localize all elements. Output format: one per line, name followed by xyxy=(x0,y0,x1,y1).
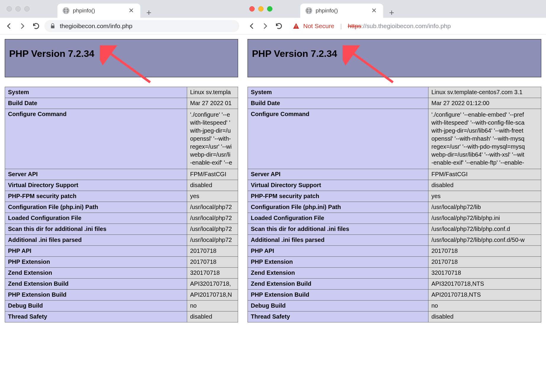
globe-icon xyxy=(63,7,69,14)
back-button[interactable] xyxy=(4,21,14,31)
config-key: System xyxy=(5,87,187,98)
config-value: API320170718,NTS xyxy=(428,279,541,290)
url-path: ://sub.thegioibecon.com/info.php xyxy=(361,23,451,29)
url-bar[interactable]: thegioibecon.com/info.php xyxy=(44,20,239,32)
config-key: Debug Build xyxy=(5,301,187,311)
config-value: Linux sv.template-centos7.com 3.1 xyxy=(428,87,541,98)
table-row: Configure Command'./configure' '--enable… xyxy=(248,109,541,169)
config-value: 20170718 xyxy=(187,257,238,268)
config-key: Server API xyxy=(5,169,187,180)
config-key: Loaded Configuration File xyxy=(5,213,187,224)
config-value: disabled xyxy=(428,311,541,322)
config-value: /usr/local/php72 xyxy=(187,224,238,235)
table-row: PHP Extension20170718 xyxy=(5,257,238,268)
table-row: Virtual Directory Supportdisabled xyxy=(5,180,238,191)
config-value: 20170718 xyxy=(187,246,238,257)
table-row: Loaded Configuration File/usr/local/php7… xyxy=(5,213,238,224)
config-value: disabled xyxy=(187,180,238,191)
config-value: './configure' '--enable-embed' '--prefwi… xyxy=(428,109,541,169)
table-row: Zend Extension BuildAPI320170718, xyxy=(5,279,238,290)
table-row: Build DateMar 27 2022 01 xyxy=(5,98,238,109)
table-row: Scan this dir for additional .ini files/… xyxy=(248,224,541,235)
config-value: FPM/FastCGI xyxy=(187,169,238,180)
config-value: API20170718,NTS xyxy=(428,290,541,301)
close-tab-icon[interactable]: ✕ xyxy=(370,7,378,15)
close-window-icon[interactable] xyxy=(249,6,255,12)
table-row: Thread Safetydisabled xyxy=(248,311,541,322)
table-row: Build DateMar 27 2022 01:12:00 xyxy=(248,98,541,109)
back-button[interactable] xyxy=(246,21,257,31)
config-value: Linux sv.templa xyxy=(187,87,238,98)
config-value: './configure' '--ewith-litespeed' 'with-… xyxy=(187,109,238,169)
table-row: Configure Command'./configure' '--ewith-… xyxy=(5,109,238,169)
close-window-icon[interactable] xyxy=(7,6,12,12)
table-row: PHP Extension BuildAPI20170718,NTS xyxy=(248,290,541,301)
table-row: Debug Buildno xyxy=(5,301,238,311)
window-controls xyxy=(4,6,34,12)
config-key: Loaded Configuration File xyxy=(248,213,428,224)
browser-tab[interactable]: phpinfo() ✕ xyxy=(300,4,383,18)
config-key: PHP Extension Build xyxy=(5,290,187,301)
config-value: /usr/local/php72/lib/php.conf.d xyxy=(428,224,541,235)
new-tab-button[interactable]: + xyxy=(383,8,400,18)
config-value: /usr/local/php72/lib xyxy=(428,202,541,213)
window-controls xyxy=(246,6,277,12)
config-key: PHP-FPM security patch xyxy=(248,191,428,202)
table-row: Loaded Configuration File/usr/local/php7… xyxy=(248,213,541,224)
lock-icon xyxy=(50,23,56,29)
tabs-container: phpinfo() ✕ + xyxy=(300,0,400,18)
url-text: https://sub.thegioibecon.com/info.php xyxy=(348,23,451,30)
forward-button[interactable] xyxy=(17,21,28,31)
config-value: /usr/local/php72 xyxy=(187,235,238,246)
php-version-title: PHP Version 7.2.34 xyxy=(9,48,234,59)
config-key: Virtual Directory Support xyxy=(5,180,187,191)
browser-tab[interactable]: phpinfo() ✕ xyxy=(57,4,140,18)
close-tab-icon[interactable]: ✕ xyxy=(127,7,135,15)
config-value: 20170718 xyxy=(428,257,541,268)
new-tab-button[interactable]: + xyxy=(140,8,158,18)
config-value: FPM/FastCGI xyxy=(428,169,541,180)
config-key: Zend Extension Build xyxy=(248,279,428,290)
table-row: Scan this dir for additional .ini files/… xyxy=(5,224,238,235)
config-key: Additional .ini files parsed xyxy=(248,235,428,246)
maximize-window-icon[interactable] xyxy=(267,6,272,12)
config-value: yes xyxy=(428,191,541,202)
table-row: PHP Extension20170718 xyxy=(248,257,541,268)
forward-button[interactable] xyxy=(260,21,271,31)
tab-bar: phpinfo() ✕ + xyxy=(243,0,546,18)
config-key: Build Date xyxy=(248,98,428,109)
config-value: no xyxy=(187,301,238,311)
minimize-window-icon[interactable] xyxy=(258,6,264,12)
config-value: disabled xyxy=(428,180,541,191)
config-key: PHP API xyxy=(5,246,187,257)
table-row: Configuration File (php.ini) Path/usr/lo… xyxy=(5,202,238,213)
table-row: PHP API20170718 xyxy=(5,246,238,257)
config-key: PHP-FPM security patch xyxy=(5,191,187,202)
config-key: Additional .ini files parsed xyxy=(5,235,187,246)
config-key: Scan this dir for additional .ini files xyxy=(248,224,428,235)
reload-button[interactable] xyxy=(31,21,41,31)
config-value: Mar 27 2022 01 xyxy=(187,98,238,109)
page-content: PHP Version 7.2.34 SystemLinux sv.templa… xyxy=(243,34,546,392)
config-key: Thread Safety xyxy=(248,311,428,322)
config-key: Zend Extension xyxy=(5,268,187,279)
phpinfo-table: SystemLinux sv.templaBuild DateMar 27 20… xyxy=(5,87,238,322)
table-row: PHP API20170718 xyxy=(248,246,541,257)
not-secure-warning[interactable]: Not Secure xyxy=(293,23,334,30)
minimize-window-icon[interactable] xyxy=(15,6,21,12)
not-secure-label: Not Secure xyxy=(303,23,334,30)
config-value: Mar 27 2022 01:12:00 xyxy=(428,98,541,109)
table-row: Server APIFPM/FastCGI xyxy=(5,169,238,180)
php-version-title: PHP Version 7.2.34 xyxy=(252,48,537,59)
maximize-window-icon[interactable] xyxy=(24,6,30,12)
config-value: /usr/local/php72/lib/php.conf.d/50-w xyxy=(428,235,541,246)
table-row: Virtual Directory Supportdisabled xyxy=(248,180,541,191)
reload-button[interactable] xyxy=(274,21,284,31)
table-row: PHP-FPM security patchyes xyxy=(248,191,541,202)
table-row: Configuration File (php.ini) Path/usr/lo… xyxy=(248,202,541,213)
php-version-header: PHP Version 7.2.34 xyxy=(5,39,238,77)
url-bar[interactable]: Not Secure | https://sub.thegioibecon.co… xyxy=(287,20,542,32)
config-value: API20170718,N xyxy=(187,290,238,301)
config-key: PHP Extension xyxy=(248,257,428,268)
config-value: /usr/local/php72 xyxy=(187,213,238,224)
